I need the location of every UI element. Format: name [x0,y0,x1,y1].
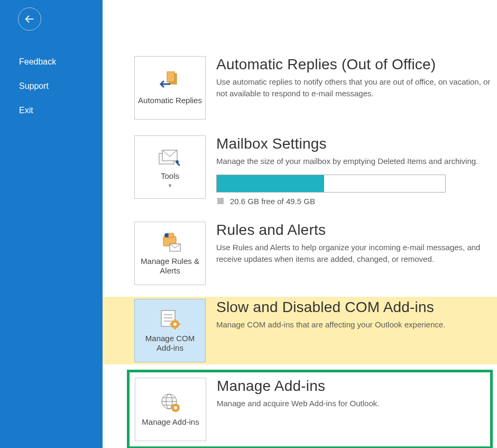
com-addins-highlight: Manage COM Add-ins Slow and Disabled COM… [103,297,497,364]
mailbox-usage-caption: 20.6 GB free of 49.5 GB [230,197,315,206]
manage-addins-title: Manage Add-ins [217,378,485,395]
rules-alerts-title: Rules and Alerts [216,222,497,239]
sidebar-item-exit[interactable]: Exit [0,98,103,123]
rules-alerts-tile[interactable]: Manage Rules & Alerts [134,222,206,285]
mailbox-settings-desc: Manage the size of your mailbox by empty… [216,156,497,167]
svg-rect-6 [176,162,180,166]
rules-alerts-desc: Use Rules and Alerts to help organize yo… [216,242,497,265]
mailbox-usage-fill [217,175,324,192]
tools-tile[interactable]: Tools ▼ [134,135,206,199]
automatic-replies-icon [159,70,182,94]
mailbox-settings-title: Mailbox Settings [216,135,497,152]
automatic-replies-title: Automatic Replies (Out of Office) [216,56,497,73]
manage-addins-tile[interactable]: Manage Add-ins [135,378,206,441]
backstage-sidebar: Feedback Support Exit [0,0,103,448]
mailbox-usage-bar [216,175,446,193]
back-arrow-icon [24,13,35,25]
svg-point-27 [174,406,177,409]
com-addins-icon [159,308,181,332]
tile-label: Manage COM Add-ins [138,334,202,353]
svg-point-16 [173,323,177,326]
chevron-down-icon: ▼ [168,183,172,189]
automatic-replies-desc: Use automatic replies to notify others t… [216,76,497,99]
com-addins-desc: Manage COM add-ins that are affecting yo… [216,319,497,331]
rules-alerts-icon [158,231,182,254]
svg-rect-2 [167,71,174,82]
sidebar-item-feedback[interactable]: Feedback [0,50,103,74]
tile-label: Automatic Replies [138,96,202,105]
back-button[interactable] [18,7,41,31]
sidebar-item-support[interactable]: Support [0,74,103,98]
automatic-replies-tile[interactable]: Automatic Replies [134,56,206,120]
tile-label: Manage Add-ins [142,417,199,427]
manage-addins-icon [160,392,182,415]
tile-label: Manage Rules & Alerts [138,257,202,276]
manage-addins-desc: Manage and acquire Web Add-ins for Outlo… [217,398,485,409]
com-addins-title: Slow and Disabled COM Add-ins [216,299,497,316]
tile-label: Tools [161,171,179,181]
legend-swatch-icon [217,198,224,204]
tools-icon [158,146,182,169]
manage-com-addins-tile[interactable]: Manage COM Add-ins [134,299,206,362]
svg-point-9 [164,233,169,237]
account-settings-panel: Automatic Replies Automatic Replies (Out… [103,0,497,448]
manage-addins-callout: Manage Add-ins Manage Add-ins Manage and… [127,370,493,448]
